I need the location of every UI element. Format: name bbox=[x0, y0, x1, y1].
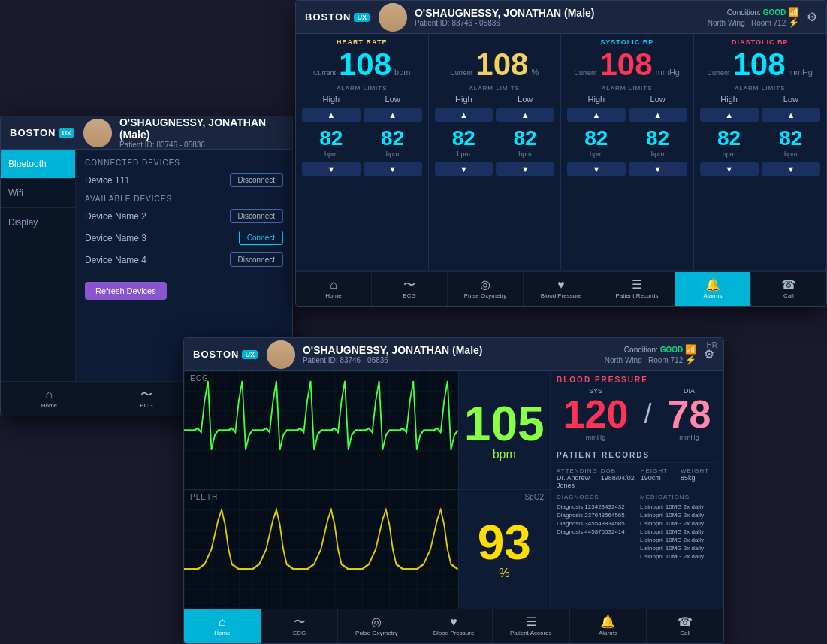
diastolic-bp-section: DIASTOLIC BP Current 108 mmHg ALARM LIMI… bbox=[694, 34, 827, 270]
pr-diag-meds: DIAGNOSES Diagnosis 123423432432 Diagnos… bbox=[557, 494, 717, 561]
hr-high-label: High bbox=[302, 95, 361, 104]
sys-low-up-btn[interactable]: ▲ bbox=[629, 108, 687, 122]
dia-low-up-btn[interactable]: ▲ bbox=[762, 108, 820, 122]
ecg-nav-bp-label: Blood Pressure bbox=[433, 630, 475, 636]
bp-dia-group: DIA 78 mmHg bbox=[668, 387, 711, 441]
spo2-high-up-btn[interactable]: ▲ bbox=[435, 108, 493, 122]
ecg-nav-call-label: Call bbox=[680, 630, 690, 636]
dia-high-up-btn[interactable]: ▲ bbox=[700, 108, 759, 122]
bt-nav-home[interactable]: ⌂ Home bbox=[1, 382, 98, 416]
ecg-nav-spo2[interactable]: ◎ Pulse Oxymetry bbox=[338, 609, 415, 643]
nav-bp[interactable]: ♥ Blood Pressure bbox=[524, 272, 599, 306]
ecg-nav-call-icon: ☎ bbox=[678, 616, 693, 628]
hr-high-down-btn[interactable]: ▼ bbox=[302, 162, 361, 176]
ecg-nav-ecg[interactable]: 〜 ECG bbox=[261, 609, 339, 643]
bt-nav-ecg-label: ECG bbox=[140, 402, 152, 409]
ecg-nav-spo2-label: Pulse Oxymetry bbox=[355, 630, 397, 636]
available-device-2-btn[interactable]: Connect bbox=[239, 231, 283, 245]
ecg-nav-bp[interactable]: ♥ Blood Pressure bbox=[415, 609, 493, 643]
hr-low-label: Low bbox=[364, 95, 422, 104]
ecg-left-panel: ECG HR bbox=[184, 371, 551, 609]
pr-med-1: Lisinopril 10MG 2x daily bbox=[640, 503, 717, 510]
nav-home[interactable]: ⌂ Home bbox=[296, 272, 372, 306]
hr-readout: HR 105 bpm bbox=[458, 371, 551, 489]
hr-high-up-btn[interactable]: ▲ bbox=[302, 108, 361, 122]
dia-high-value: 82 bbox=[717, 126, 741, 150]
ecg-nav-bp-icon: ♥ bbox=[450, 616, 457, 628]
ecg-body: ECG HR bbox=[184, 371, 723, 609]
call-icon: ☎ bbox=[781, 279, 796, 291]
nav-records[interactable]: ☰ Patient Records bbox=[599, 272, 675, 306]
ecg-patient-name: O'SHAUGNESSY, JONATHAN (Male) bbox=[303, 344, 605, 356]
nav-alarms[interactable]: 🔔 Alarms bbox=[675, 272, 751, 306]
bt-nav-ecg[interactable]: 〜 ECG bbox=[98, 382, 196, 416]
bt-device-row: Device 111 Disconnect bbox=[85, 173, 283, 187]
heart-rate-section: HEART RATE Current 108 bpm ALARM LIMITS … bbox=[296, 34, 429, 270]
bp-dia-value: 78 bbox=[668, 395, 711, 434]
pr-diag-2: Diagnosis 237643564565 bbox=[557, 512, 634, 519]
sys-high-up-btn[interactable]: ▲ bbox=[567, 108, 626, 122]
spo2-low-up-btn[interactable]: ▲ bbox=[496, 108, 554, 122]
settings-icon[interactable]: ⚙ bbox=[807, 10, 817, 24]
pleth-wave-panel: PLETH bbox=[184, 490, 458, 609]
ecg-bottom-row: PLETH SpO2 93 % bbox=[184, 490, 550, 609]
nav-ecg[interactable]: 〜 ECG bbox=[372, 272, 448, 306]
ecg-nav-ecg-label: ECG bbox=[293, 630, 306, 636]
spo2-value: 108 bbox=[475, 49, 528, 80]
hr-alarm-label: ALARM LIMITS bbox=[302, 85, 422, 92]
bp-panel-title: BLOOD PRESSURE bbox=[557, 376, 717, 384]
ecg-nav-home[interactable]: ⌂ Home bbox=[184, 609, 261, 643]
bt-available-row-3: Device Name 4 Disconnect bbox=[85, 252, 283, 267]
spo2-low-down-btn[interactable]: ▼ bbox=[496, 162, 554, 176]
condition-status: GOOD bbox=[763, 8, 786, 17]
available-device-1-btn[interactable]: Disconnect bbox=[230, 209, 283, 223]
sys-value: 108 bbox=[600, 49, 653, 80]
ecg-room-info: North Wing Room 712 ⚡ bbox=[605, 355, 696, 365]
dia-high-down-btn[interactable]: ▼ bbox=[700, 162, 759, 176]
refresh-devices-btn[interactable]: Refresh Devices bbox=[85, 282, 167, 300]
nav-call[interactable]: ☎ Call bbox=[751, 272, 826, 306]
bt-ux-badge: UX bbox=[59, 128, 74, 138]
hr-low-down-btn[interactable]: ▼ bbox=[364, 162, 422, 176]
bp-sys-value: 120 bbox=[563, 395, 629, 434]
spo2-readout-label: SpO2 bbox=[524, 493, 544, 501]
nav-ecg-label: ECG bbox=[403, 292, 415, 299]
hr-low-up-btn[interactable]: ▲ bbox=[364, 108, 422, 122]
ecg-wave-panel: ECG bbox=[184, 371, 458, 489]
sys-high-value: 82 bbox=[584, 126, 608, 150]
sys-high-down-btn[interactable]: ▼ bbox=[567, 162, 626, 176]
systolic-bp-section: SYSTOLIC BP Current 108 mmHg ALARM LIMIT… bbox=[561, 34, 694, 270]
connected-device-1-btn[interactable]: Disconnect bbox=[230, 173, 283, 187]
nav-call-label: Call bbox=[783, 292, 794, 299]
ecg-nav-call[interactable]: ☎ Call bbox=[647, 609, 723, 643]
bt-home-icon: ⌂ bbox=[46, 389, 53, 401]
header-right: Condition: GOOD 📶 North Wing Room 712 ⚡ bbox=[708, 7, 799, 28]
nav-spo2[interactable]: ◎ Pulse Oxymetry bbox=[448, 272, 524, 306]
bp-icon: ♥ bbox=[557, 279, 565, 291]
spo2-high-down-btn[interactable]: ▼ bbox=[435, 162, 493, 176]
sidebar-item-wifi[interactable]: Wifi bbox=[1, 179, 75, 208]
patient-id: Patient ID: 83746 - 05836 bbox=[415, 19, 708, 27]
ecg-avatar bbox=[267, 340, 295, 369]
ecg-nav-records[interactable]: ☰ Patient Accords bbox=[493, 609, 570, 643]
ecg-spo2-unit: % bbox=[499, 567, 509, 580]
spo2-section: Current 108 % ALARM LIMITS High Low ▲ ▲ … bbox=[429, 34, 562, 270]
pr-med-4: Lisinopril 10MG 2x daily bbox=[640, 528, 717, 535]
pr-med-5: Lisinopril 10MG 2x daily bbox=[640, 537, 717, 543]
ecg-nav-home-icon: ⌂ bbox=[219, 616, 226, 628]
hr-readout-label: HR bbox=[707, 341, 717, 349]
ecg-nav-alarms[interactable]: 🔔 Alarms bbox=[570, 609, 647, 643]
ecg-wave-label: ECG bbox=[190, 374, 209, 382]
dia-low-down-btn[interactable]: ▼ bbox=[762, 162, 820, 176]
ecg-header-right: Condition: GOOD 📶 North Wing Room 712 ⚡ bbox=[605, 344, 696, 365]
sys-low-down-btn[interactable]: ▼ bbox=[629, 162, 687, 176]
sidebar-item-display[interactable]: Display bbox=[1, 208, 75, 237]
bt-patient-name: O'SHAUGNESSY, JONATHAN (Male) bbox=[119, 116, 283, 141]
ecg-nav-alarms-icon: 🔔 bbox=[600, 616, 615, 628]
hr-current-label: Current bbox=[313, 69, 336, 77]
available-device-3-btn[interactable]: Disconnect bbox=[230, 252, 283, 267]
bt-sidebar: Bluetooth Wifi Display bbox=[1, 150, 76, 381]
sidebar-item-bluetooth[interactable]: Bluetooth bbox=[1, 150, 75, 179]
spo2-low-label: Low bbox=[496, 95, 554, 104]
spo2-title bbox=[435, 38, 555, 46]
